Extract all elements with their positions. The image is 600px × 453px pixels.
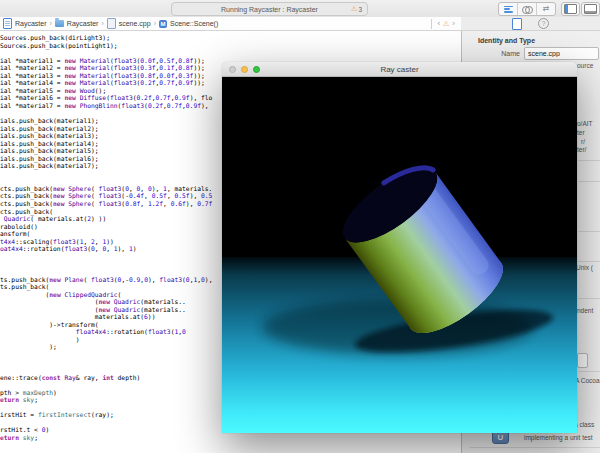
- chevron-right-icon: ›: [101, 20, 103, 27]
- warning-icon: ⚠: [443, 19, 449, 29]
- raycaster-titlebar[interactable]: Ray caster: [222, 62, 577, 77]
- warning-badge[interactable]: ⚠ 3: [351, 4, 362, 14]
- divider: [578, 160, 600, 161]
- render-cylinder-scene: [222, 77, 577, 433]
- breadcrumb-group[interactable]: Raycaster: [55, 20, 99, 27]
- code-line: Sources.push_back(dirLight3);: [0, 34, 461, 42]
- activity-viewer: Running Raycaster : Raycaster ⚠ 3: [171, 2, 368, 16]
- name-input[interactable]: [524, 47, 599, 60]
- breadcrumb-label: scene.cpp: [119, 20, 151, 27]
- chevron-right-icon: ›: [154, 20, 156, 27]
- standard-editor-button[interactable]: [499, 3, 518, 15]
- inspector-tabbar: ?: [461, 17, 600, 31]
- code-line: Sources.push_back(pointLight1);: [0, 42, 461, 50]
- issue-navigation: ‹ ⚠ ›: [431, 17, 455, 30]
- assistant-editor-icon: [522, 6, 532, 13]
- file-inspector-tab[interactable]: [512, 18, 522, 30]
- warning-icon: ⚠: [351, 4, 357, 14]
- modified-badge: M: [159, 20, 167, 28]
- code-line: [0, 49, 461, 57]
- zoom-button[interactable]: [253, 66, 260, 73]
- raycaster-window[interactable]: Ray caster: [222, 62, 577, 433]
- status-text: Running Raycaster : Raycaster: [221, 6, 318, 13]
- divider: [431, 19, 432, 29]
- breadcrumb-label: Raycaster: [67, 20, 99, 27]
- divider: [578, 371, 600, 372]
- code-line: eturn sky;: [0, 434, 461, 442]
- breadcrumb: Raycaster › Raycaster › scene.cpp › M Sc…: [0, 17, 461, 31]
- assistant-editor-button[interactable]: [518, 3, 537, 15]
- name-field-label: Name: [462, 50, 520, 57]
- editor-mode-segmented-control: ⇄: [498, 2, 556, 16]
- next-issue-button[interactable]: ›: [452, 19, 455, 29]
- unit-test-template-description: implementing a unit test: [524, 434, 599, 441]
- divider: [578, 298, 600, 299]
- name-field-row: Name: [462, 47, 600, 61]
- cpp-file-icon: [107, 18, 116, 29]
- warning-count: 3: [358, 6, 362, 13]
- traffic-lights: [229, 66, 260, 73]
- breadcrumb-label: Scene::Scene(): [170, 20, 218, 27]
- breadcrumb-project[interactable]: Raycaster: [3, 18, 47, 29]
- toolbar: Running Raycaster : Raycaster ⚠ 3 ⇄: [0, 0, 600, 18]
- close-button[interactable]: [229, 66, 236, 73]
- debug-area-toggle-button[interactable]: [581, 2, 600, 16]
- divider: [578, 181, 600, 182]
- previous-issue-button[interactable]: ‹: [437, 19, 440, 29]
- breadcrumb-file[interactable]: scene.cpp: [107, 18, 151, 29]
- standard-editor-icon: [504, 6, 513, 13]
- indent-stepper-sliver[interactable]: [577, 353, 588, 368]
- navigator-panel-icon: [564, 4, 577, 14]
- breadcrumb-label: Raycaster: [15, 20, 47, 27]
- version-editor-button[interactable]: ⇄: [537, 3, 555, 15]
- divider: [470, 447, 600, 448]
- raycaster-render-view: [222, 77, 577, 433]
- quick-help-tab[interactable]: ?: [538, 18, 549, 29]
- divider: [578, 231, 600, 232]
- breadcrumb-symbol[interactable]: M Scene::Scene(): [159, 20, 218, 28]
- debug-area-icon: [584, 4, 597, 14]
- inspector-section-title: Identity and Type: [478, 37, 535, 44]
- chevron-right-icon: ›: [50, 20, 52, 27]
- navigator-toggle-button[interactable]: [561, 2, 580, 16]
- project-file-icon: [3, 18, 12, 29]
- version-editor-icon: ⇄: [543, 5, 550, 13]
- divider: [578, 261, 600, 262]
- minimize-button[interactable]: [241, 66, 248, 73]
- xcode-window: Running Raycaster : Raycaster ⚠ 3 ⇄: [0, 0, 600, 453]
- raycaster-window-title: Ray caster: [380, 65, 418, 74]
- folder-icon: [55, 20, 64, 27]
